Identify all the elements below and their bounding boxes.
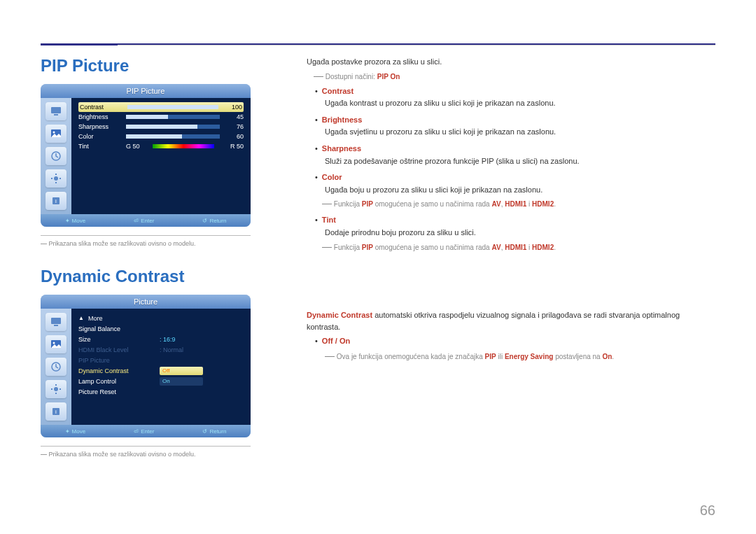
osd-row-size[interactable]: Size: 16:9 bbox=[78, 334, 244, 344]
page-content: PIP Picture PIP Picture i Contrast bbox=[41, 56, 715, 477]
info-icon: i bbox=[46, 402, 66, 421]
svg-text:i: i bbox=[55, 198, 57, 204]
footer-return: ↺ Return bbox=[202, 428, 226, 435]
pip-heading: PIP Picture bbox=[41, 56, 279, 76]
footer-enter: ⏎ Enter bbox=[134, 428, 154, 435]
divider bbox=[41, 446, 251, 447]
clock-icon bbox=[46, 358, 66, 376]
pip-intro: Ugađa postavke prozora za sliku u slici. bbox=[307, 56, 715, 69]
osd-main: Contrast 100 Brightness 45 Sharpness bbox=[71, 98, 251, 214]
pip-section: PIP Picture PIP Picture i Contrast bbox=[41, 56, 279, 247]
page-number: 66 bbox=[700, 503, 715, 519]
osd-row-more[interactable]: ▲ More bbox=[78, 313, 244, 323]
osd-footer: ✦ Move ⏎ Enter ↺ Return bbox=[41, 214, 251, 227]
osd-color-label: Color bbox=[78, 133, 122, 140]
dc-item-offon: •Off / On bbox=[315, 335, 715, 348]
osd-tint-right: R 50 bbox=[221, 143, 244, 150]
osd-tint-left: G 50 bbox=[126, 143, 148, 150]
svg-rect-0 bbox=[51, 107, 61, 113]
pip-osd-panel: PIP Picture i Contrast 100 bbox=[41, 84, 251, 227]
footer-return: ↺ Return bbox=[202, 218, 226, 224]
osd-row-sharpness[interactable]: Sharpness 76 bbox=[78, 122, 244, 132]
pip-item-tint: •Tint Dodaje prirodnu boju prozoru za sl… bbox=[315, 214, 715, 253]
osd-contrast-label: Contrast bbox=[80, 104, 123, 111]
svg-text:i: i bbox=[55, 409, 57, 415]
osd-row-contrast[interactable]: Contrast 100 bbox=[78, 102, 244, 112]
gear-icon bbox=[46, 380, 66, 398]
dc-option-on[interactable]: On bbox=[160, 377, 203, 386]
osd-row-color[interactable]: Color 60 bbox=[78, 132, 244, 141]
footer-move: ✦ Move bbox=[65, 428, 86, 435]
pip-osd-title: PIP Picture bbox=[41, 84, 251, 98]
osd-main: ▲ More Signal Balance Size: 16:9 HDMI Bl… bbox=[71, 309, 251, 425]
dc-osd-panel: Picture i ▲ More Signal Balance Size: 16… bbox=[41, 295, 251, 437]
osd-sharpness-label: Sharpness bbox=[78, 123, 122, 130]
dc-note: ― Ova je funkcija onemogućena kada je zn… bbox=[325, 351, 715, 363]
dc-section: Dynamic Contrast Picture i ▲ More Signal… bbox=[41, 267, 279, 458]
pip-modes-note: ― Dostupni načini: PIP On bbox=[314, 71, 715, 83]
picture-icon bbox=[46, 125, 66, 143]
svg-rect-13 bbox=[54, 325, 58, 326]
svg-point-5 bbox=[54, 176, 58, 181]
svg-point-15 bbox=[53, 342, 55, 344]
pip-item-color: •Color Ugađa boju u prozoru za sliku u s… bbox=[315, 171, 715, 210]
dc-option-off[interactable]: Off bbox=[160, 367, 203, 375]
footer-enter: ⏎ Enter bbox=[134, 218, 154, 224]
pip-footnote: ― Prikazana slika može se razlikovati ov… bbox=[41, 240, 279, 247]
osd-row-picture-reset[interactable]: Picture Reset bbox=[78, 386, 244, 397]
right-column: Ugađa postavke prozora za sliku u slici.… bbox=[307, 56, 715, 477]
svg-rect-12 bbox=[51, 318, 61, 324]
osd-footer: ✦ Move ⏎ Enter ↺ Return bbox=[41, 425, 251, 437]
pip-text: Ugađa postavke prozora za sliku u slici.… bbox=[307, 56, 715, 253]
pip-item-brightness: •Brightness Ugađa svjetlinu u prozoru za… bbox=[315, 114, 715, 139]
osd-row-signal-balance[interactable]: Signal Balance bbox=[78, 323, 244, 334]
dc-osd-title: Picture bbox=[41, 295, 251, 309]
header-rule bbox=[41, 43, 715, 45]
monitor-icon bbox=[46, 102, 66, 120]
svg-rect-1 bbox=[54, 114, 58, 115]
pip-item-sharpness: •Sharpness Služi za podešavanje oštrine … bbox=[315, 143, 715, 167]
osd-row-hdmi-black: HDMI Black Level: Normal bbox=[78, 344, 244, 355]
dc-footnote: ― Prikazana slika može se razlikovati ov… bbox=[41, 451, 279, 458]
osd-contrast-value: 100 bbox=[225, 104, 242, 111]
osd-color-value: 60 bbox=[227, 133, 244, 140]
pip-tint-note: ― Funkcija PIP omogućena je samo u način… bbox=[322, 242, 715, 253]
pip-item-contrast: •Contrast Ugađa kontrast u prozoru za sl… bbox=[315, 85, 715, 110]
left-column: PIP Picture PIP Picture i Contrast bbox=[41, 56, 279, 477]
dc-heading: Dynamic Contrast bbox=[41, 267, 279, 286]
osd-brightness-value: 45 bbox=[227, 113, 244, 120]
osd-sidebar: i bbox=[41, 98, 71, 214]
pip-color-note: ― Funkcija PIP omogućena je samo u način… bbox=[322, 199, 715, 210]
osd-sharpness-value: 76 bbox=[227, 123, 244, 130]
osd-sidebar: i bbox=[41, 309, 71, 425]
footer-move: ✦ Move bbox=[65, 218, 86, 224]
osd-row-pip-picture: PIP Picture bbox=[78, 355, 244, 365]
svg-point-3 bbox=[53, 132, 55, 134]
monitor-icon bbox=[46, 313, 66, 331]
dc-desc: Dynamic Contrast automatski otkriva rasp… bbox=[307, 309, 715, 334]
osd-row-tint[interactable]: Tint G 50 R 50 bbox=[78, 141, 244, 151]
info-icon: i bbox=[46, 192, 66, 210]
divider bbox=[41, 235, 251, 236]
osd-brightness-label: Brightness bbox=[78, 113, 122, 120]
osd-row-lamp-control[interactable]: Lamp Control On bbox=[78, 376, 244, 386]
gear-icon bbox=[46, 169, 66, 188]
svg-point-17 bbox=[54, 387, 58, 391]
osd-tint-label: Tint bbox=[78, 143, 122, 150]
osd-row-dynamic-contrast[interactable]: Dynamic Contrast Off bbox=[78, 365, 244, 376]
osd-row-brightness[interactable]: Brightness 45 bbox=[78, 112, 244, 122]
clock-icon bbox=[46, 147, 66, 165]
dc-text: Dynamic Contrast automatski otkriva rasp… bbox=[307, 309, 715, 363]
picture-icon bbox=[46, 335, 66, 353]
